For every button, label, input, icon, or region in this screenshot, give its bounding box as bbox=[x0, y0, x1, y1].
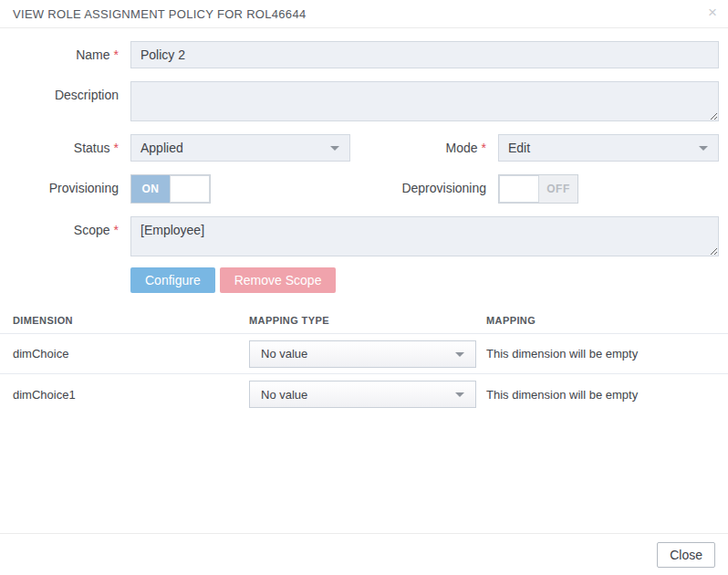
close-icon[interactable]: × bbox=[704, 2, 721, 24]
chevron-down-icon bbox=[330, 146, 339, 151]
scope-buttons-row: Configure Remove Scope bbox=[130, 267, 728, 293]
remove-scope-button[interactable]: Remove Scope bbox=[220, 267, 337, 293]
mode-select-value: Edit bbox=[508, 141, 530, 155]
provisioning-toggle[interactable]: ON bbox=[130, 174, 211, 204]
configure-button[interactable]: Configure bbox=[130, 267, 215, 293]
mapping-description: This dimension will be empty bbox=[486, 347, 715, 361]
modal-footer: Close bbox=[0, 533, 728, 575]
mapping-description: This dimension will be empty bbox=[486, 388, 715, 402]
name-label: Name* bbox=[0, 41, 119, 68]
toggle-off-segment: OFF bbox=[539, 175, 577, 203]
scope-row: Scope* [Employee] bbox=[0, 216, 728, 256]
required-marker: * bbox=[482, 141, 486, 155]
status-mode-row: Status* Applied Mode* Edit bbox=[0, 134, 728, 162]
name-row: Name* bbox=[0, 41, 728, 68]
mode-label: Mode* bbox=[350, 134, 486, 162]
status-select[interactable]: Applied bbox=[130, 134, 350, 162]
column-header-dimension: DIMENSION bbox=[13, 315, 249, 326]
modal-title: VIEW ROLE ASSIGNMENT POLICY FOR ROL46644 bbox=[13, 7, 306, 21]
status-select-value: Applied bbox=[140, 141, 183, 155]
status-label: Status* bbox=[0, 134, 119, 162]
required-marker: * bbox=[114, 223, 119, 237]
dimension-table: DIMENSION MAPPING TYPE MAPPING dimChoice… bbox=[0, 307, 728, 414]
table-row: dimChoice No value This dimension will b… bbox=[0, 334, 728, 374]
description-row: Description bbox=[0, 81, 728, 121]
mapping-type-select[interactable]: No value bbox=[249, 340, 476, 368]
name-input[interactable] bbox=[130, 41, 719, 68]
view-role-assignment-policy-modal: VIEW ROLE ASSIGNMENT POLICY FOR ROL46644… bbox=[0, 0, 728, 575]
policy-form: Name* Description Status* Applied bbox=[0, 28, 728, 293]
chevron-down-icon bbox=[455, 392, 464, 397]
table-header-row: DIMENSION MAPPING TYPE MAPPING bbox=[0, 307, 728, 334]
scope-label: Scope* bbox=[0, 216, 119, 256]
modal-header: VIEW ROLE ASSIGNMENT POLICY FOR ROL46644 bbox=[0, 0, 728, 28]
dimension-name: dimChoice bbox=[13, 347, 249, 361]
mapping-type-select-value: No value bbox=[261, 388, 307, 402]
mapping-type-select[interactable]: No value bbox=[249, 381, 476, 408]
deprovisioning-label: Deprovisioning bbox=[350, 174, 486, 204]
deprovisioning-toggle[interactable]: OFF bbox=[498, 174, 578, 204]
chevron-down-icon bbox=[699, 146, 708, 151]
mode-select[interactable]: Edit bbox=[498, 134, 719, 162]
toggle-knob bbox=[170, 175, 210, 203]
column-header-mapping-type: MAPPING TYPE bbox=[249, 315, 486, 326]
mapping-type-select-value: No value bbox=[261, 347, 307, 361]
description-textarea[interactable] bbox=[130, 81, 719, 121]
required-marker: * bbox=[114, 47, 119, 62]
dimension-name: dimChoice1 bbox=[13, 388, 249, 402]
column-header-mapping: MAPPING bbox=[486, 315, 715, 326]
required-marker: * bbox=[114, 141, 119, 155]
scope-textarea[interactable]: [Employee] bbox=[130, 216, 719, 256]
description-label: Description bbox=[0, 81, 119, 121]
toggle-on-segment: ON bbox=[131, 175, 170, 203]
provisioning-row: Provisioning ON Deprovisioning OFF bbox=[0, 174, 728, 204]
table-row: dimChoice1 No value This dimension will … bbox=[0, 374, 728, 414]
chevron-down-icon bbox=[455, 352, 464, 357]
toggle-knob bbox=[499, 175, 539, 203]
close-button[interactable]: Close bbox=[657, 542, 715, 568]
provisioning-label: Provisioning bbox=[0, 174, 119, 204]
